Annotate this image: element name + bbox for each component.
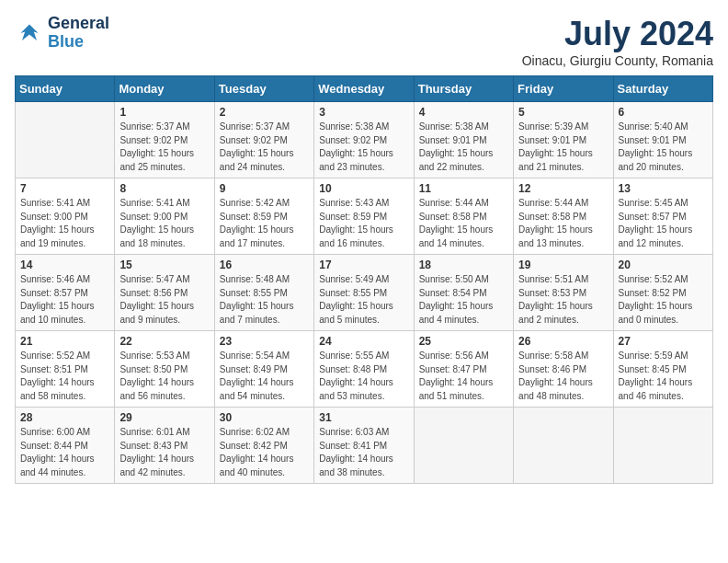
day-info: Sunrise: 5:46 AM Sunset: 8:57 PM Dayligh… xyxy=(20,273,109,327)
day-header-sunday: Sunday xyxy=(16,76,115,102)
day-info: Sunrise: 5:49 AM Sunset: 8:55 PM Dayligh… xyxy=(319,273,408,327)
page-header: General Blue July 2024 Oinacu, Giurgiu C… xyxy=(15,15,713,68)
day-header-tuesday: Tuesday xyxy=(214,76,313,102)
calendar-cell: 17Sunrise: 5:49 AM Sunset: 8:55 PM Dayli… xyxy=(314,255,414,331)
day-info: Sunrise: 5:37 AM Sunset: 9:02 PM Dayligh… xyxy=(220,121,309,174)
day-number: 14 xyxy=(20,259,109,271)
day-info: Sunrise: 5:55 AM Sunset: 8:48 PM Dayligh… xyxy=(319,350,408,403)
calendar-cell xyxy=(613,408,712,484)
calendar-cell: 29Sunrise: 6:01 AM Sunset: 8:43 PM Dayli… xyxy=(115,408,214,484)
calendar-cell: 22Sunrise: 5:53 AM Sunset: 8:50 PM Dayli… xyxy=(115,331,214,408)
day-info: Sunrise: 5:37 AM Sunset: 9:02 PM Dayligh… xyxy=(119,121,209,174)
month-title: July 2024 xyxy=(522,15,713,53)
day-info: Sunrise: 5:44 AM Sunset: 8:58 PM Dayligh… xyxy=(518,197,608,250)
day-number: 28 xyxy=(20,411,109,424)
day-number: 6 xyxy=(619,106,708,119)
day-info: Sunrise: 5:53 AM Sunset: 8:50 PM Dayligh… xyxy=(119,350,209,403)
day-header-saturday: Saturday xyxy=(613,76,712,102)
day-info: Sunrise: 5:40 AM Sunset: 9:01 PM Dayligh… xyxy=(619,121,708,174)
calendar-week-row: 1Sunrise: 5:37 AM Sunset: 9:02 PM Daylig… xyxy=(16,102,713,178)
calendar-cell: 4Sunrise: 5:38 AM Sunset: 9:01 PM Daylig… xyxy=(414,102,513,178)
day-number: 10 xyxy=(319,182,408,195)
calendar-cell: 8Sunrise: 5:41 AM Sunset: 9:00 PM Daylig… xyxy=(115,178,214,255)
calendar-cell: 3Sunrise: 5:38 AM Sunset: 9:02 PM Daylig… xyxy=(314,102,414,178)
day-info: Sunrise: 5:51 AM Sunset: 8:53 PM Dayligh… xyxy=(518,273,608,327)
calendar-cell: 30Sunrise: 6:02 AM Sunset: 8:42 PM Dayli… xyxy=(214,408,313,484)
calendar-cell xyxy=(514,408,613,484)
calendar-cell xyxy=(16,102,115,178)
day-number: 26 xyxy=(518,335,608,348)
logo: General Blue xyxy=(15,15,109,52)
calendar-cell xyxy=(414,408,513,484)
calendar-cell: 16Sunrise: 5:48 AM Sunset: 8:55 PM Dayli… xyxy=(214,255,313,331)
calendar-week-row: 14Sunrise: 5:46 AM Sunset: 8:57 PM Dayli… xyxy=(16,255,713,331)
day-info: Sunrise: 5:48 AM Sunset: 8:55 PM Dayligh… xyxy=(220,273,309,327)
calendar-cell: 31Sunrise: 6:03 AM Sunset: 8:41 PM Dayli… xyxy=(314,408,414,484)
logo-text: General Blue xyxy=(48,15,109,52)
svg-marker-0 xyxy=(20,24,38,40)
day-number: 22 xyxy=(119,335,209,348)
day-number: 18 xyxy=(419,259,508,271)
day-number: 4 xyxy=(419,106,508,119)
day-number: 30 xyxy=(220,411,309,424)
day-info: Sunrise: 5:47 AM Sunset: 8:56 PM Dayligh… xyxy=(119,273,209,327)
day-header-wednesday: Wednesday xyxy=(314,76,414,102)
day-number: 21 xyxy=(20,335,109,348)
day-info: Sunrise: 5:54 AM Sunset: 8:49 PM Dayligh… xyxy=(220,350,309,403)
calendar-cell: 24Sunrise: 5:55 AM Sunset: 8:48 PM Dayli… xyxy=(314,331,414,408)
day-info: Sunrise: 5:56 AM Sunset: 8:47 PM Dayligh… xyxy=(419,350,508,403)
calendar-cell: 9Sunrise: 5:42 AM Sunset: 8:59 PM Daylig… xyxy=(214,178,313,255)
calendar-cell: 7Sunrise: 5:41 AM Sunset: 9:00 PM Daylig… xyxy=(16,178,115,255)
day-info: Sunrise: 6:00 AM Sunset: 8:44 PM Dayligh… xyxy=(20,426,109,479)
day-number: 29 xyxy=(119,411,209,424)
day-info: Sunrise: 6:03 AM Sunset: 8:41 PM Dayligh… xyxy=(319,426,408,479)
title-block: July 2024 Oinacu, Giurgiu County, Romani… xyxy=(522,15,713,68)
day-info: Sunrise: 6:01 AM Sunset: 8:43 PM Dayligh… xyxy=(119,426,209,479)
calendar-week-row: 21Sunrise: 5:52 AM Sunset: 8:51 PM Dayli… xyxy=(16,331,713,408)
calendar-cell: 6Sunrise: 5:40 AM Sunset: 9:01 PM Daylig… xyxy=(613,102,712,178)
calendar-cell: 27Sunrise: 5:59 AM Sunset: 8:45 PM Dayli… xyxy=(613,331,712,408)
calendar-table: SundayMondayTuesdayWednesdayThursdayFrid… xyxy=(15,75,713,484)
day-info: Sunrise: 5:41 AM Sunset: 9:00 PM Dayligh… xyxy=(20,197,109,250)
calendar-cell: 5Sunrise: 5:39 AM Sunset: 9:01 PM Daylig… xyxy=(514,102,613,178)
calendar-cell: 13Sunrise: 5:45 AM Sunset: 8:57 PM Dayli… xyxy=(613,178,712,255)
day-number: 19 xyxy=(518,259,608,271)
day-number: 12 xyxy=(518,182,608,195)
day-number: 25 xyxy=(419,335,508,348)
calendar-header-row: SundayMondayTuesdayWednesdayThursdayFrid… xyxy=(16,76,713,102)
day-info: Sunrise: 5:43 AM Sunset: 8:59 PM Dayligh… xyxy=(319,197,408,250)
day-header-monday: Monday xyxy=(115,76,214,102)
day-number: 31 xyxy=(319,411,408,424)
day-number: 23 xyxy=(220,335,309,348)
day-info: Sunrise: 5:52 AM Sunset: 8:52 PM Dayligh… xyxy=(619,273,708,327)
day-number: 5 xyxy=(518,106,608,119)
day-number: 27 xyxy=(619,335,708,348)
calendar-cell: 11Sunrise: 5:44 AM Sunset: 8:58 PM Dayli… xyxy=(414,178,513,255)
day-number: 11 xyxy=(419,182,508,195)
day-number: 1 xyxy=(119,106,209,119)
day-info: Sunrise: 5:44 AM Sunset: 8:58 PM Dayligh… xyxy=(419,197,508,250)
day-number: 20 xyxy=(619,259,708,271)
day-number: 9 xyxy=(220,182,309,195)
calendar-cell: 15Sunrise: 5:47 AM Sunset: 8:56 PM Dayli… xyxy=(115,255,214,331)
day-header-friday: Friday xyxy=(514,76,613,102)
calendar-cell: 20Sunrise: 5:52 AM Sunset: 8:52 PM Dayli… xyxy=(613,255,712,331)
day-number: 8 xyxy=(119,182,209,195)
day-info: Sunrise: 5:42 AM Sunset: 8:59 PM Dayligh… xyxy=(220,197,309,250)
calendar-week-row: 28Sunrise: 6:00 AM Sunset: 8:44 PM Dayli… xyxy=(16,408,713,484)
day-info: Sunrise: 5:38 AM Sunset: 9:01 PM Dayligh… xyxy=(419,121,508,174)
day-header-thursday: Thursday xyxy=(414,76,513,102)
day-info: Sunrise: 5:52 AM Sunset: 8:51 PM Dayligh… xyxy=(20,350,109,403)
calendar-cell: 26Sunrise: 5:58 AM Sunset: 8:46 PM Dayli… xyxy=(514,331,613,408)
calendar-cell: 25Sunrise: 5:56 AM Sunset: 8:47 PM Dayli… xyxy=(414,331,513,408)
day-info: Sunrise: 6:02 AM Sunset: 8:42 PM Dayligh… xyxy=(220,426,309,479)
calendar-cell: 10Sunrise: 5:43 AM Sunset: 8:59 PM Dayli… xyxy=(314,178,414,255)
day-info: Sunrise: 5:58 AM Sunset: 8:46 PM Dayligh… xyxy=(518,350,608,403)
day-number: 17 xyxy=(319,259,408,271)
day-number: 7 xyxy=(20,182,109,195)
day-info: Sunrise: 5:50 AM Sunset: 8:54 PM Dayligh… xyxy=(419,273,508,327)
calendar-cell: 2Sunrise: 5:37 AM Sunset: 9:02 PM Daylig… xyxy=(214,102,313,178)
calendar-cell: 14Sunrise: 5:46 AM Sunset: 8:57 PM Dayli… xyxy=(16,255,115,331)
calendar-cell: 28Sunrise: 6:00 AM Sunset: 8:44 PM Dayli… xyxy=(16,408,115,484)
calendar-cell: 21Sunrise: 5:52 AM Sunset: 8:51 PM Dayli… xyxy=(16,331,115,408)
